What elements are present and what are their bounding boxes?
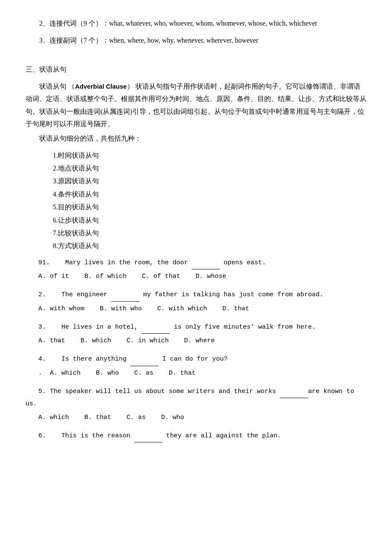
question-5-text: 5. The speaker will tell us about some w… [26, 386, 366, 410]
blank-91 [192, 257, 220, 270]
question-2-choices: A. with whom B. with who C. with which D… [26, 303, 366, 315]
list-item-4: 4.条件状语从句 [26, 188, 366, 201]
list-item-3: 3.原因状语从句 [26, 175, 366, 188]
question-6-text: 6. This is the reason they are all again… [26, 430, 366, 443]
adverbial-title: 三、状语从句 [26, 63, 366, 76]
list-item-6: 6.让步状语从句 [26, 214, 366, 227]
question-2-text: 2. The engineer my father is talking has… [26, 289, 366, 302]
adverbial-intro-para1: 状语从句 （Adverbial Clause） 状语从句指句子用作状语时，起副词… [26, 80, 366, 130]
connector-pronouns-text: 2、连接代词（9 个）：what, whatever, who, whoever… [26, 17, 366, 30]
connector-adverbs-section: 3、连接副词（7 个）：when, where, how, why, whene… [26, 34, 366, 47]
question-91-choices: A. of it B. of which C. of that D. whose [26, 270, 366, 283]
adverbial-intro-para2: 状语从句细分的话，共包括九种： [26, 132, 366, 145]
question-5: 5. The speaker will tell us about some w… [26, 386, 366, 424]
list-item-1: 1.时间状语从句 [26, 149, 366, 162]
connector-pronouns-label: 2、连接代词（9 个）： [39, 20, 109, 27]
connector-adverbs-label: 3、连接副词（7 个）： [39, 37, 109, 44]
connector-pronouns-content: what, whatever, who, whoever, whom, whom… [109, 20, 317, 27]
question-2: 2. The engineer my father is talking has… [26, 289, 366, 315]
blank-3 [142, 321, 170, 334]
blank-4 [130, 353, 159, 366]
question-6: 6. This is the reason they are all again… [26, 430, 366, 443]
list-item-7: 7.比较状语从句 [26, 227, 366, 240]
adverbial-list-section: 1.时间状语从句 2.地点状语从句 3.原因状语从句 4.条件状语从句 5.目的… [26, 149, 366, 253]
blank-2 [111, 289, 139, 302]
question-3-text: 3. He lives in a hotel, is only five min… [26, 321, 366, 334]
question-4-text: 4. Is there anything I can do for you? [26, 353, 366, 366]
question-4: 4. Is there anything I can do for you? .… [26, 353, 366, 380]
list-item-8: 8.方式状语从句 [26, 240, 366, 252]
blank-6 [134, 430, 162, 443]
list-item-5: 5.目的状语从句 [26, 201, 366, 214]
connector-adverbs-content: when, where, how, why, whenever, whereve… [109, 37, 258, 44]
question-3: 3. He lives in a hotel, is only five min… [26, 321, 366, 348]
connector-pronouns-section: 2、连接代词（9 个）：what, whatever, who, whoever… [26, 17, 366, 30]
connector-adverbs-text: 3、连接副词（7 个）：when, where, how, why, whene… [26, 34, 366, 47]
question-3-choices: A. that B. which C. in which D. where [26, 335, 366, 347]
list-item-2: 2.地点状语从句 [26, 162, 366, 175]
blank-5 [280, 386, 308, 399]
question-91: 91. Mary lives in the room, the door ope… [26, 257, 366, 283]
question-5-choices: A. which B. that C. as D. who [26, 411, 366, 424]
adverbial-intro-section: 状语从句 （Adverbial Clause） 状语从句指句子用作状语时，起副词… [26, 80, 366, 145]
adverbial-title-section: 三、状语从句 [26, 63, 366, 76]
question-4-choices: . A. which B. who C. as D. that [26, 367, 366, 380]
question-91-text: 91. Mary lives in the room, the door ope… [26, 257, 366, 270]
